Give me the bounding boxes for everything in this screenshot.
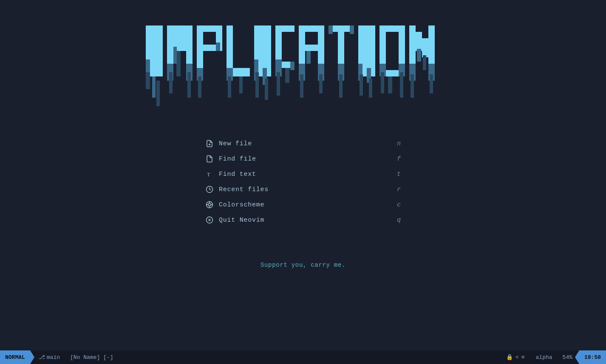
- status-colorscheme: alpha: [532, 354, 556, 361]
- svg-rect-37: [290, 62, 295, 70]
- svg-rect-3: [152, 76, 156, 98]
- svg-rect-9: [169, 72, 173, 93]
- svg-rect-32: [282, 25, 295, 32]
- status-branch: ⎇ main: [30, 354, 67, 361]
- menu-item-key: c: [397, 201, 401, 209]
- svg-rect-45: [319, 74, 323, 93]
- menu-item-find-text[interactable]: TFind textt: [205, 166, 401, 182]
- file-new-icon: [205, 139, 214, 148]
- menu-item-new-file[interactable]: New filen: [205, 136, 401, 151]
- menu-item-key: f: [397, 155, 401, 163]
- svg-point-82: [208, 203, 211, 206]
- svg-rect-74: [430, 74, 433, 93]
- menu-container: New filenFind filefTFind texttRecent fil…: [205, 136, 401, 228]
- status-bar: NORMAL ⎇ main [No Name] [-] 🔒 < ≡ alpha …: [0, 350, 606, 364]
- menu-item-label: Find file: [219, 155, 256, 163]
- tagline: Support you, carry me.: [261, 262, 345, 268]
- status-time: 19:58: [579, 350, 606, 364]
- svg-rect-41: [305, 45, 318, 51]
- menu-item-left: Quit Neovim: [205, 216, 264, 224]
- svg-rect-12: [176, 51, 181, 76]
- menu-item-label: Quit Neovim: [219, 217, 264, 224]
- svg-rect-50: [339, 74, 343, 98]
- file-search-icon: [205, 155, 214, 163]
- svg-rect-15: [203, 25, 216, 32]
- svg-rect-19: [198, 76, 201, 98]
- branch-icon: ⎇: [39, 354, 45, 361]
- svg-rect-75: [417, 49, 421, 62]
- svg-rect-46: [306, 51, 311, 64]
- menu-item-quit-neovim[interactable]: Quit Neovimq: [205, 212, 401, 228]
- status-icons: 🔒 < ≡: [502, 354, 529, 361]
- text-search-icon: T: [205, 170, 214, 178]
- menu-item-recent-files[interactable]: Recent filesr: [205, 182, 401, 197]
- palette-icon: [205, 200, 214, 209]
- svg-rect-4: [156, 81, 160, 106]
- main-content: .lc { fill: #7dd8f8; } .ld { fill: #2a48…: [0, 0, 606, 350]
- svg-rect-25: [239, 76, 243, 93]
- chevron-icon: <: [515, 354, 519, 361]
- menu-item-label: Find text: [219, 171, 256, 178]
- menu-item-label: New file: [219, 140, 252, 147]
- svg-rect-17: [203, 45, 216, 51]
- svg-rect-61: [386, 70, 399, 76]
- clock-icon: [205, 185, 214, 194]
- svg-rect-57: [369, 79, 372, 98]
- menu-item-label: Colorscheme: [219, 201, 264, 209]
- menu-item-key: r: [397, 186, 401, 193]
- svg-rect-52: [350, 25, 354, 34]
- logo-svg: .lc { fill: #7dd8f8; } .ld { fill: #2a48…: [142, 17, 464, 110]
- status-mode: NORMAL: [0, 350, 30, 364]
- svg-rect-51: [328, 25, 333, 34]
- svg-rect-28: [255, 72, 259, 98]
- lock-icon: 🔒: [506, 354, 513, 361]
- svg-rect-13: [173, 47, 177, 64]
- svg-rect-76: [423, 55, 426, 70]
- svg-rect-68: [416, 32, 422, 51]
- menu-item-left: Recent files: [205, 185, 269, 194]
- svg-rect-36: [285, 68, 289, 83]
- menu-item-key: q: [397, 217, 401, 224]
- svg-rect-63: [381, 72, 384, 93]
- svg-rect-24: [228, 76, 231, 98]
- menu-item-label: Recent files: [219, 186, 269, 193]
- svg-rect-39: [305, 25, 318, 32]
- svg-rect-11: [187, 72, 191, 98]
- menu-item-left: TFind text: [205, 170, 256, 178]
- menu-item-left: Colorscheme: [205, 200, 264, 209]
- menu-item-left: Find file: [205, 155, 256, 163]
- lines-icon: ≡: [521, 354, 525, 361]
- menu-item-left: New file: [205, 139, 252, 148]
- svg-rect-35: [277, 72, 280, 96]
- branch-name: main: [47, 354, 60, 361]
- close-circle-icon: [205, 216, 214, 224]
- svg-rect-59: [386, 25, 399, 32]
- menu-item-colorscheme[interactable]: Colorschemec: [205, 197, 401, 212]
- menu-item-key: t: [397, 171, 401, 178]
- svg-rect-30: [265, 79, 268, 100]
- menu-item-key: n: [397, 140, 401, 147]
- svg-rect-65: [400, 72, 403, 98]
- status-percent: 54%: [559, 354, 576, 361]
- svg-text:T: T: [207, 172, 210, 178]
- svg-rect-69: [422, 38, 428, 57]
- svg-rect-72: [411, 74, 414, 98]
- svg-rect-43: [300, 74, 303, 98]
- svg-rect-20: [216, 42, 220, 51]
- svg-rect-66: [388, 76, 392, 93]
- svg-rect-22: [233, 68, 250, 76]
- status-left: NORMAL ⎇ main [No Name] [-]: [0, 350, 116, 364]
- svg-rect-2: [146, 72, 150, 89]
- status-filename: [No Name] [-]: [67, 354, 116, 361]
- svg-rect-55: [360, 74, 363, 96]
- logo-container: .lc { fill: #7dd8f8; } .ld { fill: #2a48…: [142, 17, 464, 110]
- menu-item-find-file[interactable]: Find filef: [205, 151, 401, 166]
- status-right: 🔒 < ≡ alpha 54% 19:58: [502, 350, 606, 364]
